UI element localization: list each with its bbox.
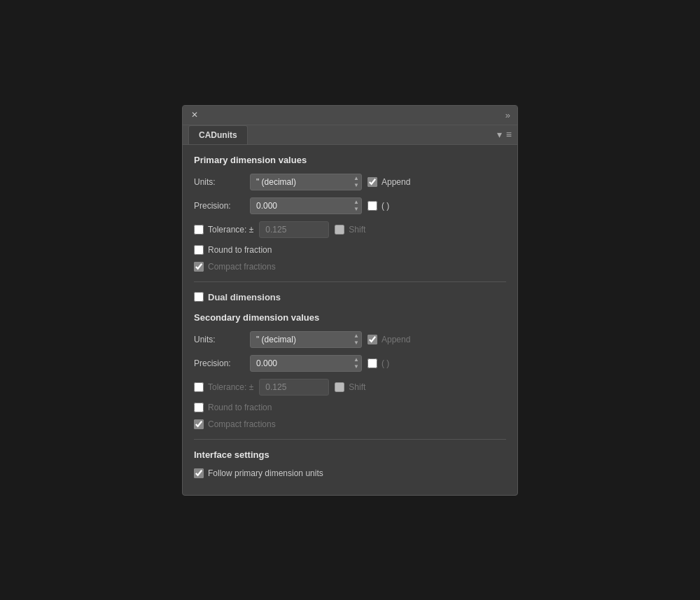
primary-precision-select[interactable]: 0.000 (250, 197, 362, 214)
primary-shift-label: Shift (349, 225, 365, 235)
secondary-parens-checkbox[interactable] (368, 358, 377, 368)
primary-append-checkbox[interactable] (368, 177, 377, 187)
secondary-round-wrapper: Round to fraction (194, 403, 272, 412)
primary-compact-checkbox[interactable] (194, 262, 204, 272)
follow-primary-label: Follow primary dimension units (208, 468, 323, 478)
primary-round-checkbox[interactable] (194, 245, 204, 255)
primary-append-wrapper: Append (368, 177, 410, 187)
tab-bar: CADunits ▾ ≡ (183, 125, 517, 145)
primary-precision-select-wrapper: 0.000 ▲▼ (250, 197, 362, 214)
secondary-append-checkbox[interactable] (368, 335, 377, 344)
primary-tolerance-checkbox-wrapper: Tolerance: ± (194, 225, 253, 235)
panel-body: Primary dimension values Units: " (decim… (183, 145, 517, 495)
primary-shift-checkbox[interactable] (335, 225, 344, 235)
primary-tolerance-input[interactable] (259, 221, 329, 238)
follow-primary-wrapper: Follow primary dimension units (194, 468, 323, 478)
secondary-compact-wrapper: Compact fractions (194, 419, 276, 429)
interface-section: Interface settings Follow primary dimens… (194, 449, 506, 478)
secondary-units-row: Units: " (decimal) ▲▼ Append (194, 331, 506, 348)
divider-2 (194, 439, 506, 440)
close-button[interactable]: ✕ (190, 110, 200, 120)
secondary-tolerance-row: Tolerance: ± Shift (194, 379, 506, 396)
secondary-append-wrapper: Append (368, 335, 410, 344)
dual-dimensions-checkbox[interactable] (194, 292, 204, 302)
dual-dimensions-wrapper: Dual dimensions (194, 292, 281, 302)
panel: ✕ » CADunits ▾ ≡ Primary dimension value… (182, 105, 518, 496)
secondary-precision-select-wrapper: 0.000 ▲▼ (250, 355, 362, 372)
secondary-units-select-wrapper: " (decimal) ▲▼ (250, 331, 362, 348)
primary-parens-label: ( ) (382, 201, 389, 211)
primary-append-label: Append (382, 177, 410, 187)
secondary-tolerance-checkbox-wrapper: Tolerance: ± (194, 382, 253, 392)
primary-round-wrapper: Round to fraction (194, 245, 272, 255)
secondary-round-row: Round to fraction (194, 403, 506, 412)
primary-tolerance-row: Tolerance: ± Shift (194, 221, 506, 238)
secondary-shift-wrapper: Shift (335, 382, 365, 392)
primary-compact-wrapper: Compact fractions (194, 262, 276, 272)
cadunits-tab[interactable]: CADunits (188, 125, 248, 144)
tab-dropdown-icon[interactable]: ▾ (497, 129, 502, 140)
primary-compact-row: Compact fractions (194, 262, 506, 272)
primary-section-title: Primary dimension values (194, 155, 506, 165)
secondary-tolerance-input[interactable] (259, 379, 329, 396)
primary-section: Primary dimension values Units: " (decim… (194, 155, 506, 272)
primary-precision-label: Precision: (194, 201, 244, 211)
primary-tolerance-checkbox[interactable] (194, 225, 204, 235)
secondary-tolerance-checkbox[interactable] (194, 382, 204, 392)
follow-primary-row: Follow primary dimension units (194, 468, 506, 478)
primary-parens-wrapper: ( ) (368, 201, 389, 211)
secondary-round-label: Round to fraction (208, 403, 272, 412)
title-bar: ✕ » (183, 106, 517, 125)
primary-parens-checkbox[interactable] (368, 201, 377, 211)
secondary-section: Secondary dimension values Units: " (dec… (194, 312, 506, 429)
dual-dimensions-row: Dual dimensions (194, 292, 506, 302)
fast-forward-icon[interactable]: » (505, 110, 510, 120)
tab-menu-icon[interactable]: ≡ (506, 129, 512, 140)
primary-round-row: Round to fraction (194, 245, 506, 255)
divider-1 (194, 281, 506, 282)
primary-units-row: Units: " (decimal) ▲▼ Append (194, 174, 506, 190)
secondary-precision-row: Precision: 0.000 ▲▼ ( ) (194, 355, 506, 372)
secondary-shift-label: Shift (349, 382, 365, 392)
secondary-parens-wrapper: ( ) (368, 358, 389, 368)
secondary-units-label: Units: (194, 335, 244, 344)
tab-controls: ▾ ≡ (497, 129, 512, 140)
primary-tolerance-label: Tolerance: ± (208, 225, 253, 235)
interface-section-title: Interface settings (194, 449, 506, 460)
secondary-shift-checkbox[interactable] (335, 382, 344, 392)
primary-units-label: Units: (194, 177, 244, 187)
primary-units-select-wrapper: " (decimal) ▲▼ (250, 174, 362, 190)
secondary-parens-label: ( ) (382, 358, 389, 368)
primary-compact-label: Compact fractions (208, 262, 276, 272)
secondary-tolerance-label: Tolerance: ± (208, 382, 253, 392)
secondary-round-checkbox[interactable] (194, 403, 204, 412)
secondary-precision-label: Precision: (194, 358, 244, 368)
primary-precision-row: Precision: 0.000 ▲▼ ( ) (194, 197, 506, 214)
secondary-append-label: Append (382, 335, 410, 344)
secondary-compact-label: Compact fractions (208, 419, 276, 429)
secondary-compact-row: Compact fractions (194, 419, 506, 429)
secondary-compact-checkbox[interactable] (194, 419, 204, 429)
primary-units-select[interactable]: " (decimal) (250, 174, 362, 190)
dual-dimensions-label: Dual dimensions (208, 292, 281, 302)
follow-primary-checkbox[interactable] (194, 468, 204, 478)
secondary-units-select[interactable]: " (decimal) (250, 331, 362, 348)
primary-shift-wrapper: Shift (335, 225, 365, 235)
primary-round-label: Round to fraction (208, 245, 272, 255)
secondary-section-title: Secondary dimension values (194, 312, 506, 323)
secondary-precision-select[interactable]: 0.000 (250, 355, 362, 372)
